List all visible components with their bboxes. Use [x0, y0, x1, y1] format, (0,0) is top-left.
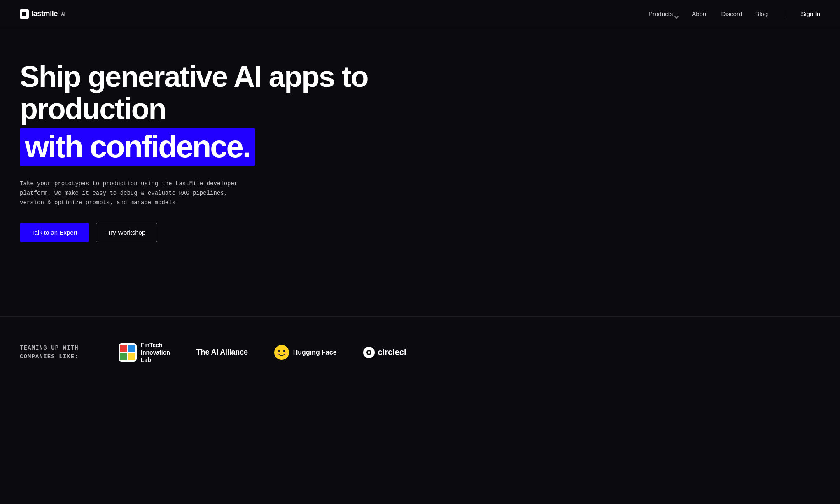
fintech-icon [119, 343, 137, 362]
nav-links: Products About Discord Blog [649, 10, 820, 18]
partner-circleci: circleci [363, 347, 406, 358]
circleci-icon [363, 347, 375, 358]
ai-alliance-text: The AI Alliance [196, 348, 248, 357]
hero-subtitle: Take your prototypes to production using… [20, 179, 250, 208]
partner-ai-alliance: The AI Alliance [196, 348, 248, 357]
partner-huggingface: Hugging Face [274, 345, 337, 360]
logo-icon [20, 9, 29, 19]
logo-suffix: AI [61, 12, 65, 16]
hero-title-line2: production [20, 92, 166, 125]
huggingface-icon [274, 345, 289, 360]
nav-about-label: About [692, 10, 708, 17]
svg-point-6 [278, 350, 280, 352]
teaming-section: TEAMING UP WITH COMPANIES LIKE: FinTech … [0, 317, 840, 397]
try-workshop-button[interactable]: Try Workshop [96, 223, 158, 242]
nav-products-label: Products [649, 10, 673, 17]
nav-signin-link[interactable]: Sign In [801, 10, 820, 17]
nav-discord-label: Discord [721, 10, 742, 17]
svg-rect-4 [128, 353, 135, 360]
hero-buttons: Talk to an Expert Try Workshop [20, 223, 392, 242]
svg-point-7 [283, 350, 285, 352]
logo-link[interactable]: lastmile AI [20, 9, 65, 19]
hero-section: Ship generative AI apps to production wi… [0, 28, 412, 267]
svg-point-5 [274, 345, 289, 360]
nav-discord-link[interactable]: Discord [721, 10, 742, 17]
partners-row: FinTech Innovation Lab The AI Alliance [119, 341, 406, 364]
logo-text: lastmile [31, 9, 58, 18]
huggingface-text: Hugging Face [293, 349, 337, 356]
nav-separator [784, 10, 784, 18]
hero-title-line1: Ship generative AI apps to [20, 61, 392, 93]
circleci-label: circleci [378, 348, 406, 357]
navbar: lastmile AI Products About Discord [0, 0, 840, 28]
partner-fintech: FinTech Innovation Lab [119, 341, 170, 364]
svg-point-8 [277, 353, 279, 355]
nav-signin-label: Sign In [801, 10, 820, 17]
fintech-text: FinTech Innovation Lab [141, 341, 170, 364]
svg-rect-2 [128, 345, 135, 352]
teaming-label: TEAMING UP WITH COMPANIES LIKE: [20, 344, 86, 361]
svg-rect-1 [120, 345, 127, 352]
teaming-label-line2: COMPANIES LIKE: [20, 353, 79, 360]
nav-products-link[interactable]: Products [649, 10, 679, 17]
chevron-down-icon [674, 13, 679, 15]
nav-about-link[interactable]: About [692, 10, 708, 17]
hero-title: Ship generative AI apps to production wi… [20, 61, 392, 166]
svg-point-9 [284, 353, 287, 355]
circleci-text: circleci [363, 347, 406, 358]
teaming-label-line1: TEAMING UP WITH [20, 345, 79, 351]
nav-blog-link[interactable]: Blog [755, 10, 768, 17]
talk-to-expert-button[interactable]: Talk to an Expert [20, 223, 89, 242]
svg-rect-3 [120, 353, 127, 360]
hero-highlight: with confidence. [20, 128, 255, 166]
nav-blog-label: Blog [755, 10, 768, 17]
